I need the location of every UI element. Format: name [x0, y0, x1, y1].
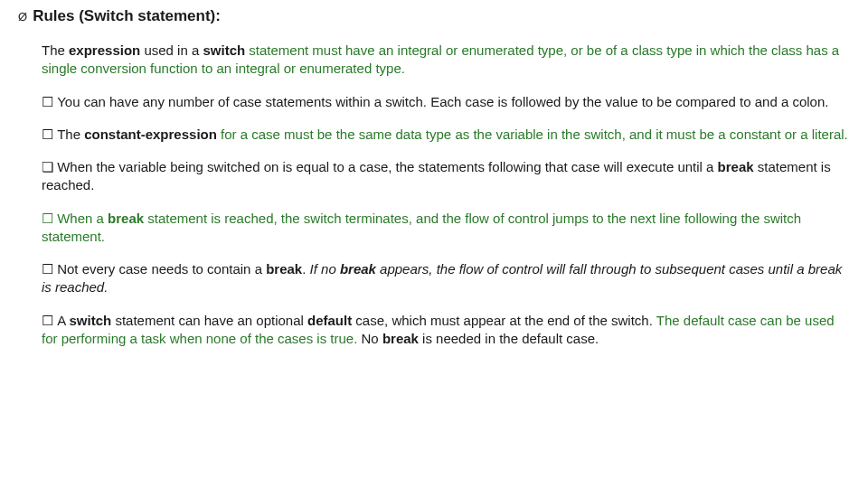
rule-text: case, which must appear at the end of th…	[352, 313, 656, 328]
page-title: Rules (Switch statement):	[33, 7, 221, 25]
rule-keyword: expression	[69, 42, 140, 58]
rule-text: You can have any number of case statemen…	[57, 94, 828, 109]
rule-text: No	[357, 331, 382, 346]
rule-item: ☐ The constant-expression for a case mus…	[42, 126, 850, 144]
square-bullet-icon: ☐	[42, 94, 57, 109]
square-bullet-icon: ☐	[42, 261, 57, 277]
rule-text: statement is reached, the switch termina…	[42, 211, 801, 244]
chevron-right-icon: Ø	[18, 10, 27, 23]
rule-keyword: break	[718, 159, 754, 174]
square-bullet-icon: ☐	[42, 127, 57, 142]
rule-text: statement can have an optional	[111, 313, 307, 328]
heading-row: Ø Rules (Switch statement):	[18, 7, 850, 25]
rule-item: ☐ Not every case needs to contain a brea…	[42, 260, 850, 297]
rules-list: The expression used in a switch statemen…	[18, 42, 850, 348]
rule-keyword: default	[307, 313, 352, 328]
rule-text: Not every case needs to contain a	[57, 261, 266, 277]
rule-text: for a case must be the same data type as…	[217, 127, 848, 142]
rule-item: ☐ A switch statement can have an optiona…	[42, 312, 850, 349]
rule-item: The expression used in a switch statemen…	[42, 42, 850, 79]
rule-item: ☐ When a break statement is reached, the…	[42, 210, 850, 247]
square-bullet-icon: ❏	[42, 159, 57, 174]
rule-keyword: switch	[70, 313, 112, 328]
rule-keyword: constant-expression	[84, 127, 217, 142]
rule-keyword: break	[340, 261, 376, 277]
rule-text: A	[57, 313, 69, 328]
square-bullet-icon: ☐	[42, 211, 57, 226]
rule-item: ❏ When the variable being switched on is…	[42, 158, 850, 195]
rule-keyword: break	[382, 331, 419, 346]
square-bullet-icon: ☐	[42, 313, 57, 328]
rule-text: If no	[310, 261, 340, 277]
rule-text: .	[302, 261, 309, 277]
rule-item: ☐ You can have any number of case statem…	[42, 93, 850, 111]
rule-keyword: break	[108, 211, 144, 226]
rule-keyword: switch	[203, 42, 245, 58]
rule-keyword: break	[266, 261, 302, 277]
rule-text: is needed in the default case.	[419, 331, 599, 346]
page: Ø Rules (Switch statement): The expressi…	[0, 0, 868, 380]
rule-text: The	[57, 127, 84, 142]
rule-text: used in a	[140, 42, 203, 58]
rule-text: When a	[57, 211, 108, 226]
rule-text: When the variable being switched on is e…	[57, 159, 717, 174]
rule-text: The	[42, 42, 69, 58]
